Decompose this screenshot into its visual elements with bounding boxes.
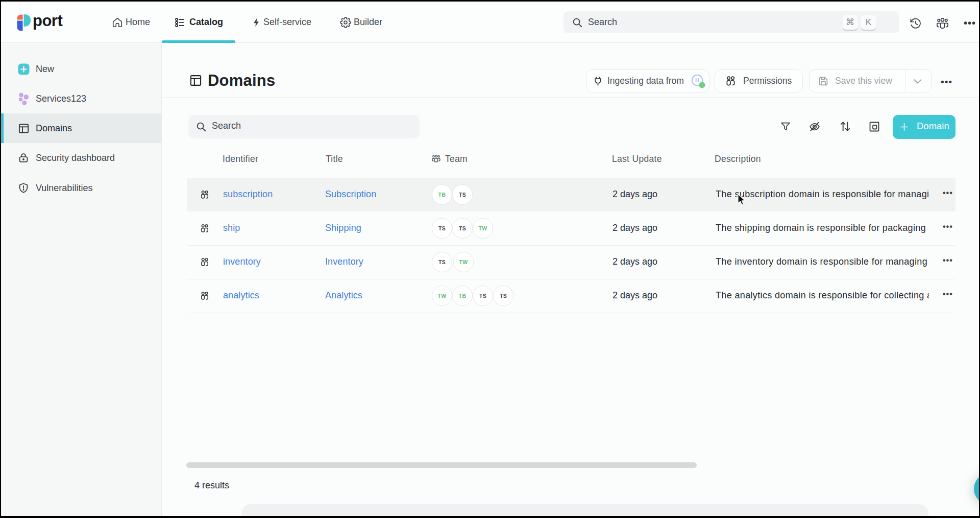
svg-text:H: H [695, 77, 699, 83]
